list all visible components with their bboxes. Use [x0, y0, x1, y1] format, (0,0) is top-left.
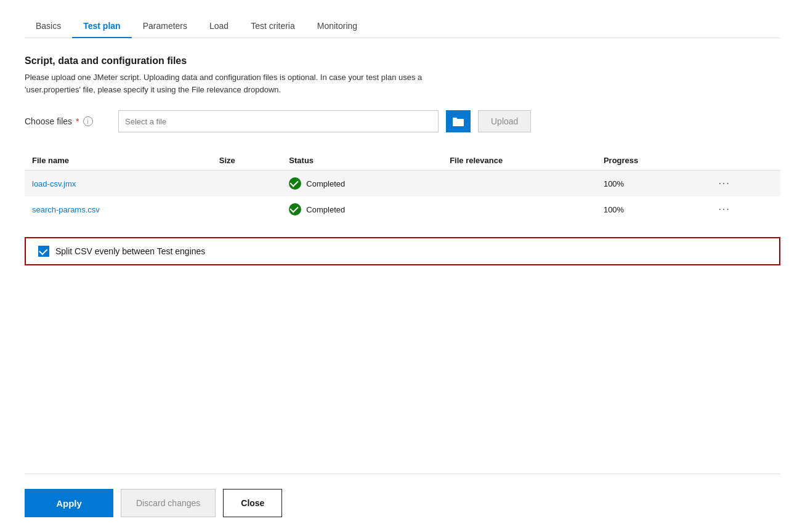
- info-icon[interactable]: i: [83, 116, 93, 126]
- split-csv-checkbox[interactable]: [38, 246, 49, 257]
- status-text: Completed: [306, 205, 345, 214]
- col-progress: Progress: [596, 151, 708, 171]
- required-star: *: [76, 116, 79, 126]
- cell-relevance: [442, 171, 596, 197]
- spacer: [25, 280, 780, 474]
- col-relevance: File relevance: [442, 151, 596, 171]
- tab-load[interactable]: Load: [198, 15, 240, 38]
- status-text: Completed: [306, 179, 345, 188]
- file-browse-button[interactable]: [446, 110, 471, 132]
- cell-size: [212, 196, 282, 222]
- cell-status: Completed: [281, 196, 442, 222]
- tab-parameters[interactable]: Parameters: [132, 15, 198, 38]
- cell-progress: 100%: [596, 196, 708, 222]
- check-icon: [289, 203, 301, 216]
- split-csv-label: Split CSV evenly between Test engines: [55, 246, 205, 256]
- file-chooser-row: Choose files * i Upload: [25, 110, 780, 132]
- col-actions: [708, 151, 780, 171]
- apply-button[interactable]: Apply: [25, 489, 113, 517]
- col-size: Size: [212, 151, 282, 171]
- tab-basics[interactable]: Basics: [25, 15, 72, 38]
- col-filename: File name: [25, 151, 212, 171]
- close-button[interactable]: Close: [223, 489, 282, 517]
- cell-relevance: [442, 196, 596, 222]
- svg-rect-1: [453, 118, 457, 119]
- tab-test-plan[interactable]: Test plan: [72, 15, 131, 38]
- tab-test-criteria[interactable]: Test criteria: [240, 15, 306, 38]
- cell-size: [212, 171, 282, 197]
- file-table: File name Size Status File relevance Pro…: [25, 151, 780, 222]
- file-chooser-label: Choose files * i: [25, 116, 111, 126]
- cell-more: ···: [708, 171, 780, 197]
- file-select-input[interactable]: [118, 110, 439, 132]
- cell-status: Completed: [281, 171, 442, 197]
- discard-button[interactable]: Discard changes: [121, 489, 216, 517]
- cell-filename[interactable]: search-params.csv: [25, 196, 212, 222]
- more-options-button[interactable]: ···: [716, 203, 732, 216]
- table-row: load-csv.jmx Completed 100% ···: [25, 171, 780, 197]
- col-status: Status: [281, 151, 442, 171]
- tab-navigation: Basics Test plan Parameters Load Test cr…: [25, 15, 780, 38]
- svg-rect-0: [453, 119, 464, 126]
- cell-progress: 100%: [596, 171, 708, 197]
- footer: Apply Discard changes Close: [25, 474, 780, 532]
- cell-more: ···: [708, 196, 780, 222]
- folder-icon: [453, 116, 464, 126]
- check-icon: [289, 177, 301, 190]
- section-description: Please upload one JMeter script. Uploadi…: [25, 71, 579, 95]
- more-options-button[interactable]: ···: [716, 177, 732, 190]
- section-title: Script, data and configuration files: [25, 55, 780, 66]
- split-csv-checkbox-section[interactable]: Split CSV evenly between Test engines: [25, 237, 780, 265]
- tab-monitoring[interactable]: Monitoring: [306, 15, 368, 38]
- upload-button[interactable]: Upload: [478, 110, 531, 132]
- cell-filename[interactable]: load-csv.jmx: [25, 171, 212, 197]
- table-row: search-params.csv Completed 100% ···: [25, 196, 780, 222]
